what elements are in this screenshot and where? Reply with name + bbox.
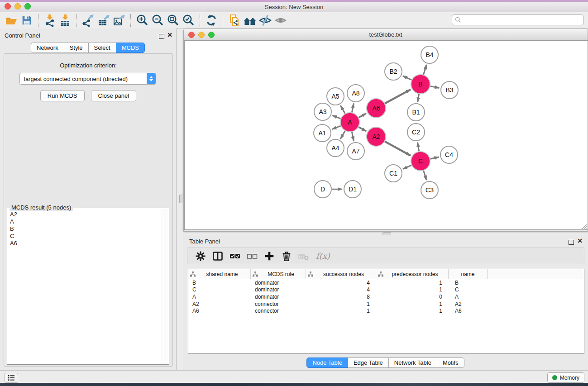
function-builder-fx[interactable]: f(x) [316, 251, 330, 261]
import-table-icon[interactable] [57, 13, 73, 28]
hide-eye-icon[interactable] [258, 13, 273, 28]
graph-edge-A-A7[interactable] [352, 132, 354, 141]
zoom-fit-icon[interactable] [165, 13, 181, 28]
graph-edge-C-C4[interactable] [430, 157, 439, 159]
column-header-successor-nodes[interactable]: successor nodes [306, 269, 376, 279]
close-panel-icon[interactable]: ✕ [167, 32, 172, 38]
graph-node-A7[interactable]: A7 [347, 143, 364, 160]
zoom-selected-icon[interactable] [181, 13, 196, 28]
tab-style[interactable]: Style [64, 43, 89, 53]
result-item[interactable]: C [10, 233, 162, 240]
network-canvas[interactable]: B4B2BB3A8A5A6A3B1AC2A1A2A4A7C4CC1DD1C3 [184, 40, 588, 230]
export-network-icon[interactable] [81, 13, 96, 28]
graph-node-D1[interactable]: D1 [344, 181, 361, 198]
graph-edge-A-A8[interactable] [352, 104, 354, 113]
zoom-out-icon[interactable] [150, 13, 165, 28]
table-row[interactable]: Adominator80A [188, 293, 584, 300]
graph-edge-A-A4[interactable] [340, 131, 345, 139]
cell-name[interactable]: C [449, 286, 488, 293]
minimize-window-icon[interactable] [14, 3, 21, 10]
cell-shared-name[interactable]: A [188, 294, 251, 300]
cell-successor-nodes[interactable]: 1 [306, 301, 376, 307]
graph-node-C4[interactable]: C4 [440, 146, 458, 163]
deselect-all-columns-icon[interactable] [244, 249, 261, 263]
run-mcds-button[interactable]: Run MCDS [40, 90, 85, 101]
graph-edge-A-A1[interactable] [332, 126, 340, 129]
graph-node-A1[interactable]: A1 [314, 124, 331, 142]
table-row[interactable]: A6connector11A6 [188, 307, 584, 315]
column-header-predecessor-nodes[interactable]: predecessor nodes [376, 269, 449, 279]
close-panel-button[interactable]: Close panel [91, 90, 137, 101]
minimize-frame-icon[interactable] [198, 32, 205, 38]
task-history-button[interactable] [5, 373, 18, 383]
graph-edge-C-C1[interactable] [403, 165, 411, 169]
save-icon[interactable] [19, 13, 34, 28]
cell-successor-nodes[interactable]: 4 [306, 286, 376, 293]
refresh-icon[interactable] [204, 13, 219, 28]
zoom-window-icon[interactable] [24, 3, 31, 10]
vertical-splitter-handle[interactable] [179, 195, 184, 203]
graph-edge-C-C3[interactable] [424, 171, 427, 180]
settings-gear-icon[interactable] [192, 249, 209, 263]
import-network-icon[interactable] [42, 13, 57, 28]
graph-node-C2[interactable]: C2 [407, 124, 425, 141]
mcds-result-list[interactable]: A2ABCA6 [8, 211, 162, 363]
result-item[interactable]: B [10, 225, 162, 233]
export-table-icon[interactable] [96, 13, 111, 28]
graph-edge-A-A3[interactable] [332, 115, 340, 119]
graph-edge-B-B3[interactable] [430, 86, 440, 88]
result-item[interactable]: A2 [10, 211, 162, 218]
tab-mcds[interactable]: MCDS [116, 43, 145, 53]
graph-node-B[interactable]: B [411, 75, 430, 94]
graph-node-A[interactable]: A [340, 113, 359, 132]
export-image-icon[interactable] [111, 13, 127, 28]
graph-node-C3[interactable]: C3 [421, 181, 438, 199]
graph-edge-A-A5[interactable] [340, 105, 345, 114]
graph-edge-A6-B[interactable] [385, 90, 411, 104]
graph-edge-B-B4[interactable] [423, 65, 426, 75]
cell-predecessor-nodes[interactable]: 1 [376, 308, 449, 314]
select-all-columns-icon[interactable] [226, 249, 244, 263]
cell-successor-nodes[interactable]: 8 [306, 294, 376, 300]
graph-node-A8[interactable]: A8 [347, 85, 364, 102]
close-frame-icon[interactable] [188, 32, 195, 38]
memory-button[interactable]: Memory [547, 372, 584, 383]
tab-network[interactable]: Network [31, 43, 64, 53]
table-tab-edge-table[interactable]: Edge Table [348, 357, 389, 368]
cell-successor-nodes[interactable]: 1 [306, 308, 376, 314]
result-item[interactable]: A [10, 218, 162, 225]
cell-predecessor-nodes[interactable]: 1 [376, 280, 449, 286]
cell-predecessor-nodes[interactable]: 1 [376, 286, 449, 293]
cell-MCDS-role[interactable]: dominator [251, 294, 306, 300]
network-frame-titlebar[interactable]: testGlobe.txt [184, 29, 588, 41]
graph-edge-A2-C[interactable] [385, 142, 411, 156]
column-header-MCDS-role[interactable]: MCDS role [251, 269, 306, 279]
graph-node-B2[interactable]: B2 [385, 63, 402, 80]
table-row[interactable]: Bdominator41B [188, 279, 584, 286]
cell-shared-name[interactable]: B [188, 280, 251, 286]
column-header-name[interactable]: name [449, 269, 488, 279]
tab-select[interactable]: Select [88, 43, 116, 53]
column-header-shared-name[interactable]: shared name [188, 269, 251, 279]
cell-name[interactable]: A2 [449, 301, 488, 307]
graph-node-A6[interactable]: A6 [367, 99, 386, 118]
zoom-frame-icon[interactable] [208, 32, 215, 38]
graph-node-B3[interactable]: B3 [441, 81, 458, 99]
graph-edge-A-A6[interactable] [359, 114, 366, 118]
cell-shared-name[interactable]: A2 [188, 301, 251, 307]
zoom-in-icon[interactable] [134, 13, 150, 28]
cell-MCDS-role[interactable]: dominator [251, 286, 306, 293]
graph-edge-A-A2[interactable] [359, 127, 366, 131]
home-icon[interactable] [242, 13, 258, 28]
cell-MCDS-role[interactable]: connector [251, 301, 306, 307]
table-tab-node-table[interactable]: Node Table [306, 357, 348, 368]
add-column-icon[interactable] [261, 249, 278, 263]
graph-node-D[interactable]: D [314, 181, 331, 198]
cell-shared-name[interactable]: C [188, 286, 251, 293]
graph-edge-B-B1[interactable] [418, 94, 419, 102]
graph-node-C[interactable]: C [411, 152, 430, 171]
table-row[interactable]: A2connector11A2 [188, 300, 584, 308]
graph-node-A4[interactable]: A4 [327, 139, 344, 157]
delete-column-icon[interactable] [278, 249, 295, 263]
criterion-dropdown[interactable]: largest connected component (directed) [19, 73, 156, 85]
